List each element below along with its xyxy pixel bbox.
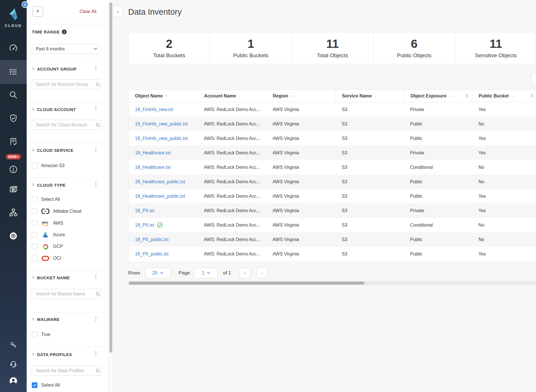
- table-row: 18_Healthcare_public.txt AWS: RedLock De…: [128, 174, 536, 189]
- column-header-object-name[interactable]: Object Name↑: [128, 90, 197, 102]
- keys-icon: [9, 341, 18, 349]
- sidebar-item-profile[interactable]: [0, 369, 27, 392]
- drag-handle-icon[interactable]: ⠿: [32, 183, 35, 187]
- cloud-account-menu-icon[interactable]: ⋮: [93, 106, 98, 111]
- sidebar-item-inventory[interactable]: [0, 60, 27, 84]
- sidebar-item-network[interactable]: [0, 201, 27, 224]
- drag-handle-icon[interactable]: ⠿: [32, 148, 35, 152]
- cloud-account-header: ⠿ CLOUD ACCOUNT: [32, 107, 76, 112]
- prisma-cloud-logo[interactable]: CLOUD: [0, 8, 27, 28]
- object-name-link[interactable]: 18_PII.txt: [135, 223, 154, 228]
- alibaba-checkbox[interactable]: [32, 208, 37, 214]
- sidebar-item-settings[interactable]: [0, 224, 27, 248]
- headset-icon: [9, 360, 18, 368]
- drag-handle-icon[interactable]: ⠿: [32, 353, 35, 356]
- aws-icon: aws: [41, 220, 49, 227]
- sidebar-item-compute[interactable]: [0, 177, 27, 201]
- clear-all-link[interactable]: Clear All: [79, 9, 96, 14]
- time-range-select[interactable]: Past 6 months: [32, 44, 101, 54]
- sort-icon[interactable]: ↓↑: [291, 94, 293, 98]
- sidebar-item-policies[interactable]: [0, 106, 27, 130]
- sort-icon[interactable]: ↓↑: [449, 94, 451, 98]
- oci-icon: [41, 255, 49, 262]
- page-number-select[interactable]: 1: [194, 268, 218, 278]
- vertical-scrollbar-thumb[interactable]: [109, 2, 112, 353]
- cloud-type-aws: aws AWS: [32, 219, 63, 227]
- account-group-search-input[interactable]: [32, 82, 96, 87]
- amazon-s3-checkbox[interactable]: [32, 163, 37, 169]
- object-name-link[interactable]: 18_FinInfo_new.txt: [135, 107, 173, 112]
- bucket-name-search-input[interactable]: [32, 291, 96, 297]
- data-profiles-search-input[interactable]: [32, 368, 96, 373]
- next-page-button[interactable]: ›: [257, 268, 267, 278]
- chevron-down-icon: [94, 48, 97, 50]
- sidebar-item-dashboard[interactable]: [0, 36, 27, 60]
- aws-checkbox[interactable]: [32, 220, 37, 226]
- data-profiles-select-all-checkbox[interactable]: [32, 382, 37, 388]
- filter-panel: + Clear All TIME RANGE i Past 6 months ⠿…: [27, 0, 109, 392]
- column-header-service-name[interactable]: Service Name↓↑: [335, 90, 404, 102]
- sort-ascending-icon[interactable]: ↑: [165, 93, 168, 99]
- sidebar-item-compliance[interactable]: [0, 130, 27, 154]
- add-filter-button[interactable]: +: [33, 6, 43, 17]
- drag-handle-icon[interactable]: ⠿: [32, 318, 35, 321]
- info-icon[interactable]: i: [62, 29, 67, 34]
- divider: [27, 24, 109, 24]
- sidebar: CLOUD: [0, 0, 27, 392]
- alerts-count-badge: 9999+: [6, 154, 21, 159]
- drag-handle-icon[interactable]: ⠿: [32, 108, 35, 111]
- vertical-scrollbar[interactable]: [109, 0, 113, 392]
- column-header-object-exposure[interactable]: Object Exposure↓↑⠿: [404, 90, 472, 102]
- malware-true-checkbox[interactable]: [32, 332, 37, 337]
- object-name-link[interactable]: 18_FinInfo_new_public.txt: [135, 122, 188, 127]
- object-name-link[interactable]: 18_Healthcare_public.txt: [135, 179, 185, 184]
- previous-page-button[interactable]: ‹: [240, 268, 250, 278]
- sidebar-item-search[interactable]: [0, 83, 27, 107]
- object-name-link[interactable]: 18_PII.txt: [135, 208, 154, 213]
- column-drag-handle-icon[interactable]: ⠿: [530, 94, 533, 98]
- table-row: 18_Healthcare.txt AWS: RedLock Demo Acc.…: [128, 160, 536, 174]
- rows-per-page-select[interactable]: 25: [145, 268, 171, 278]
- cloud-service-menu-icon[interactable]: ⋮: [93, 147, 98, 152]
- azure-checkbox[interactable]: [32, 232, 37, 238]
- column-header-account-name[interactable]: Account Name↓↑: [197, 90, 266, 102]
- object-name-link[interactable]: 18_Healthcare.txt: [135, 150, 170, 155]
- sort-icon[interactable]: ↓↑: [511, 94, 514, 98]
- cloud-type-menu-icon[interactable]: ⋮: [93, 182, 98, 187]
- object-name-link[interactable]: 18_Healthcare_public.txt: [135, 194, 185, 199]
- column-header-region[interactable]: Region↓↑: [266, 90, 335, 102]
- column-drag-handle-icon[interactable]: ⠿: [465, 94, 469, 98]
- bucket-name-menu-icon[interactable]: ⋮: [93, 274, 98, 279]
- object-name-link[interactable]: 18_Healthcare.txt: [135, 165, 170, 170]
- pagination: Rows 25 Page 1 of 1 ‹ ›: [128, 267, 267, 279]
- object-name-link[interactable]: 18_FinInfo_new_public.txt: [135, 136, 188, 141]
- drag-handle-icon[interactable]: ⠿: [32, 276, 35, 280]
- cloud-account-search-input[interactable]: [32, 122, 96, 127]
- object-name-link[interactable]: 18_PII_public.txt: [135, 237, 168, 242]
- horizontal-scrollbar-thumb[interactable]: [129, 282, 364, 285]
- account-group-search: [32, 79, 101, 89]
- malware-menu-icon[interactable]: ⋮: [93, 316, 98, 321]
- cloud-type-select-all-checkbox[interactable]: [32, 197, 37, 202]
- oci-checkbox[interactable]: [32, 255, 37, 261]
- bucket-name-label: BUCKET NAME: [37, 275, 70, 280]
- horizontal-scrollbar[interactable]: [128, 281, 536, 285]
- table-row: 18_Healthcare.txt AWS: RedLock Demo Acc.…: [128, 146, 536, 160]
- account-group-header: ⠿ ACCOUNT GROUP: [32, 67, 77, 71]
- drag-handle-icon[interactable]: ⠿: [32, 67, 35, 71]
- table-settings-button-cutoff[interactable]: [531, 73, 536, 85]
- object-name-link[interactable]: 18_PII_public.txt: [135, 252, 168, 257]
- gcp-checkbox[interactable]: [32, 244, 37, 249]
- account-group-menu-icon[interactable]: ⋮: [93, 65, 98, 71]
- column-header-public-bucket[interactable]: Public Bucket↓↑⠿: [472, 90, 536, 102]
- sort-icon[interactable]: ↓↑: [239, 94, 241, 98]
- expand-sidebar-button[interactable]: [22, 1, 28, 8]
- alert-icon: [9, 165, 18, 174]
- table-row: 18_Healthcare_public.txt AWS: RedLock De…: [128, 189, 536, 203]
- malware-header: ⠿ MALWARE: [32, 317, 60, 322]
- gauge-icon: [9, 44, 18, 53]
- sort-icon[interactable]: ↓↑: [374, 94, 377, 98]
- collapse-filters-button[interactable]: ‹: [113, 6, 123, 17]
- cloud-type-oci: OCI: [32, 254, 61, 262]
- data-profiles-menu-icon[interactable]: ⋮: [93, 351, 98, 356]
